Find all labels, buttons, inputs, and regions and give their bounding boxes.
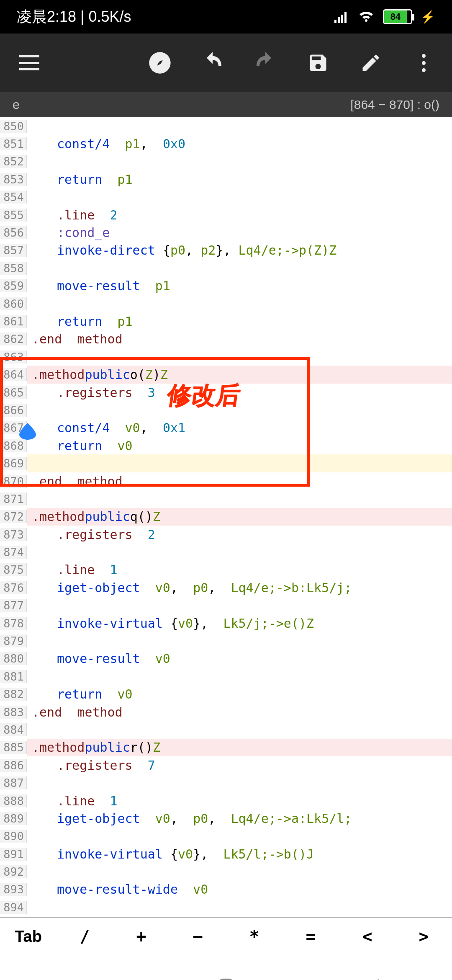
code-line[interactable]: 888.line 1 bbox=[0, 792, 452, 810]
line-content[interactable]: .method public q()Z bbox=[27, 508, 452, 526]
key-lt[interactable]: < bbox=[339, 927, 396, 946]
line-content[interactable]: .line 2 bbox=[27, 206, 452, 224]
line-content[interactable] bbox=[27, 117, 452, 135]
code-editor[interactable]: 850851const/4 p1, 0x0852853return p18548… bbox=[0, 117, 452, 917]
code-line[interactable]: 882return v0 bbox=[0, 686, 452, 703]
line-content[interactable] bbox=[27, 721, 452, 738]
more-menu-button[interactable] bbox=[412, 51, 435, 75]
home-button[interactable] bbox=[216, 977, 236, 980]
key-equals[interactable]: = bbox=[282, 927, 339, 946]
line-content[interactable]: .registers 3 bbox=[27, 384, 452, 401]
line-content[interactable]: return v0 bbox=[27, 437, 452, 454]
line-content[interactable] bbox=[27, 668, 452, 685]
line-content[interactable]: .line 1 bbox=[27, 792, 452, 810]
line-content[interactable] bbox=[27, 828, 452, 845]
code-line[interactable]: 852 bbox=[0, 153, 452, 170]
key-star[interactable]: * bbox=[226, 927, 282, 946]
compass-icon[interactable] bbox=[148, 51, 172, 75]
code-line[interactable]: 865.registers 3 bbox=[0, 384, 452, 401]
key-minus[interactable]: − bbox=[170, 927, 226, 946]
line-content[interactable] bbox=[27, 490, 452, 508]
code-line[interactable]: 887 bbox=[0, 774, 452, 792]
code-line[interactable]: 859move-result p1 bbox=[0, 277, 452, 295]
line-content[interactable] bbox=[27, 295, 452, 312]
code-line[interactable]: 853return p1 bbox=[0, 170, 452, 188]
code-line[interactable]: 863 bbox=[0, 348, 452, 366]
code-line[interactable]: 891invoke-virtual {v0}, Lk5/l;->b()J bbox=[0, 845, 452, 863]
code-line[interactable]: 877 bbox=[0, 597, 452, 614]
line-content[interactable]: invoke-direct {p0, p2}, Lq4/e;->p(Z)Z bbox=[27, 242, 452, 259]
code-line[interactable]: 894 bbox=[0, 898, 452, 916]
line-content[interactable] bbox=[27, 863, 452, 880]
code-line[interactable]: 867const/4 v0, 0x1 bbox=[0, 419, 452, 437]
edit-button[interactable] bbox=[359, 51, 383, 75]
line-content[interactable]: .registers 2 bbox=[27, 526, 452, 543]
line-content[interactable] bbox=[27, 348, 452, 366]
line-content[interactable]: .end method bbox=[27, 330, 452, 348]
line-content[interactable] bbox=[27, 632, 452, 650]
line-content[interactable]: const/4 v0, 0x1 bbox=[27, 419, 452, 437]
line-content[interactable]: iget-object v0, p0, Lq4/e;->a:Lk5/l; bbox=[27, 810, 452, 827]
recents-button[interactable] bbox=[66, 977, 85, 980]
line-content[interactable]: .registers 7 bbox=[27, 756, 452, 774]
code-line[interactable]: 869 bbox=[0, 454, 452, 472]
line-content[interactable] bbox=[27, 153, 452, 170]
code-line[interactable]: 883.end method bbox=[0, 703, 452, 721]
line-content[interactable]: invoke-virtual {v0}, Lk5/j;->e()Z bbox=[27, 614, 452, 632]
code-line[interactable]: 851const/4 p1, 0x0 bbox=[0, 135, 452, 152]
code-line[interactable]: 860 bbox=[0, 295, 452, 312]
line-content[interactable]: .method public r()Z bbox=[27, 739, 452, 756]
line-content[interactable]: move-result-wide v0 bbox=[27, 881, 452, 898]
code-line[interactable]: 876iget-object v0, p0, Lq4/e;->b:Lk5/j; bbox=[0, 579, 452, 596]
save-button[interactable] bbox=[306, 51, 330, 75]
code-line[interactable]: 892 bbox=[0, 863, 452, 880]
undo-button[interactable] bbox=[201, 51, 224, 75]
code-line[interactable]: 886.registers 7 bbox=[0, 756, 452, 774]
code-line[interactable]: 866 bbox=[0, 401, 452, 419]
code-line[interactable]: 856:cond_e bbox=[0, 224, 452, 241]
line-content[interactable] bbox=[27, 188, 452, 206]
line-content[interactable] bbox=[27, 898, 452, 916]
line-content[interactable]: iget-object v0, p0, Lq4/e;->b:Lk5/j; bbox=[27, 579, 452, 596]
line-content[interactable]: .end method bbox=[27, 472, 452, 490]
code-line[interactable]: 864.method public o(Z)Z bbox=[0, 366, 452, 383]
code-line[interactable]: 879 bbox=[0, 632, 452, 650]
code-line[interactable]: 881 bbox=[0, 668, 452, 685]
code-line[interactable]: 850 bbox=[0, 117, 452, 135]
line-content[interactable]: .method public o(Z)Z bbox=[27, 366, 452, 383]
back-button[interactable] bbox=[367, 977, 386, 980]
code-line[interactable]: 890 bbox=[0, 828, 452, 845]
code-line[interactable]: 858 bbox=[0, 259, 452, 277]
redo-button[interactable] bbox=[254, 51, 277, 75]
code-line[interactable]: 889iget-object v0, p0, Lq4/e;->a:Lk5/l; bbox=[0, 810, 452, 827]
line-content[interactable]: .end method bbox=[27, 703, 452, 721]
code-line[interactable]: 862.end method bbox=[0, 330, 452, 348]
code-line[interactable]: 880move-result v0 bbox=[0, 650, 452, 668]
code-line[interactable]: 893move-result-wide v0 bbox=[0, 881, 452, 898]
code-line[interactable]: 875.line 1 bbox=[0, 561, 452, 579]
code-line[interactable]: 872.method public q()Z bbox=[0, 508, 452, 526]
line-content[interactable] bbox=[27, 774, 452, 792]
line-content[interactable] bbox=[27, 454, 452, 472]
line-content[interactable]: const/4 p1, 0x0 bbox=[27, 135, 452, 152]
code-line[interactable]: 868return v0 bbox=[0, 437, 452, 454]
line-content[interactable] bbox=[27, 259, 452, 277]
code-line[interactable]: 874 bbox=[0, 543, 452, 561]
code-line[interactable]: 857invoke-direct {p0, p2}, Lq4/e;->p(Z)Z bbox=[0, 242, 452, 259]
line-content[interactable]: return p1 bbox=[27, 312, 452, 330]
code-line[interactable]: 873.registers 2 bbox=[0, 526, 452, 543]
key-slash[interactable]: / bbox=[56, 927, 113, 946]
code-line[interactable]: 861return p1 bbox=[0, 312, 452, 330]
code-line[interactable]: 871 bbox=[0, 490, 452, 508]
code-line[interactable]: 855.line 2 bbox=[0, 206, 452, 224]
menu-button[interactable] bbox=[0, 55, 59, 70]
line-content[interactable]: .line 1 bbox=[27, 561, 452, 579]
line-content[interactable]: move-result v0 bbox=[27, 650, 452, 668]
code-line[interactable]: 854 bbox=[0, 188, 452, 206]
line-content[interactable]: invoke-virtual {v0}, Lk5/l;->b()J bbox=[27, 845, 452, 863]
code-line[interactable]: 884 bbox=[0, 721, 452, 738]
code-line[interactable]: 885.method public r()Z bbox=[0, 739, 452, 756]
code-line[interactable]: 870.end method bbox=[0, 472, 452, 490]
line-content[interactable] bbox=[27, 597, 452, 614]
key-gt[interactable]: > bbox=[396, 927, 452, 946]
